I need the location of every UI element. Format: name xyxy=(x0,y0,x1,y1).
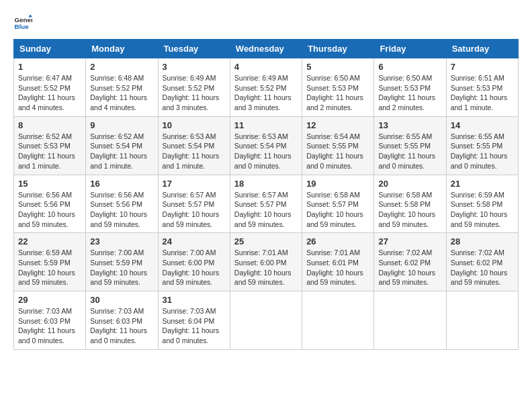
day-number: 1 xyxy=(18,62,81,72)
calendar-cell: 16Sunrise: 6:56 AM Sunset: 5:56 PM Dayli… xyxy=(86,175,158,233)
day-number: 24 xyxy=(163,236,226,246)
calendar-cell: 9Sunrise: 6:52 AM Sunset: 5:54 PM Daylig… xyxy=(86,116,158,175)
day-info: Sunrise: 6:48 AM Sunset: 5:52 PM Dayligh… xyxy=(90,73,153,113)
column-header-thursday: Thursday xyxy=(302,40,374,58)
day-number: 3 xyxy=(163,62,226,72)
day-info: Sunrise: 6:51 AM Sunset: 5:53 PM Dayligh… xyxy=(451,73,514,113)
day-number: 23 xyxy=(90,236,153,246)
column-header-tuesday: Tuesday xyxy=(158,40,230,58)
day-info: Sunrise: 7:01 AM Sunset: 6:00 PM Dayligh… xyxy=(234,248,298,287)
column-header-monday: Monday xyxy=(86,40,158,58)
calendar-cell: 17Sunrise: 6:57 AM Sunset: 5:57 PM Dayli… xyxy=(158,175,230,233)
page-header: General Blue xyxy=(13,13,519,32)
calendar-cell: 21Sunrise: 6:59 AM Sunset: 5:58 PM Dayli… xyxy=(446,175,518,233)
calendar-cell xyxy=(446,291,518,350)
calendar-cell xyxy=(302,291,374,350)
calendar-cell: 20Sunrise: 6:58 AM Sunset: 5:58 PM Dayli… xyxy=(374,175,446,233)
day-number: 5 xyxy=(306,62,369,72)
column-header-friday: Friday xyxy=(374,40,446,58)
day-info: Sunrise: 7:03 AM Sunset: 6:04 PM Dayligh… xyxy=(163,306,226,346)
day-info: Sunrise: 6:52 AM Sunset: 5:54 PM Dayligh… xyxy=(90,132,153,171)
day-info: Sunrise: 6:53 AM Sunset: 5:54 PM Dayligh… xyxy=(163,132,226,171)
day-number: 29 xyxy=(18,295,81,305)
day-info: Sunrise: 7:03 AM Sunset: 6:03 PM Dayligh… xyxy=(90,306,153,346)
day-number: 28 xyxy=(451,236,514,246)
calendar-cell: 13Sunrise: 6:55 AM Sunset: 5:55 PM Dayli… xyxy=(374,116,446,175)
day-number: 27 xyxy=(378,236,441,246)
day-info: Sunrise: 7:02 AM Sunset: 6:02 PM Dayligh… xyxy=(451,248,514,287)
column-header-wednesday: Wednesday xyxy=(230,40,302,58)
day-info: Sunrise: 7:02 AM Sunset: 6:02 PM Dayligh… xyxy=(378,248,441,287)
calendar-cell xyxy=(374,291,446,350)
day-info: Sunrise: 6:56 AM Sunset: 5:56 PM Dayligh… xyxy=(90,190,153,230)
calendar-cell: 19Sunrise: 6:58 AM Sunset: 5:57 PM Dayli… xyxy=(302,175,374,233)
calendar-cell: 2Sunrise: 6:48 AM Sunset: 5:52 PM Daylig… xyxy=(86,58,158,117)
day-number: 2 xyxy=(90,62,153,72)
day-number: 16 xyxy=(90,179,153,189)
column-header-sunday: Sunday xyxy=(14,40,86,58)
calendar-cell: 28Sunrise: 7:02 AM Sunset: 6:02 PM Dayli… xyxy=(446,233,518,291)
calendar-cell: 24Sunrise: 7:00 AM Sunset: 6:00 PM Dayli… xyxy=(158,233,230,291)
logo-icon: General Blue xyxy=(13,13,32,32)
calendar-cell: 10Sunrise: 6:53 AM Sunset: 5:54 PM Dayli… xyxy=(158,116,230,175)
calendar-cell: 14Sunrise: 6:55 AM Sunset: 5:55 PM Dayli… xyxy=(446,116,518,175)
calendar: SundayMondayTuesdayWednesdayThursdayFrid… xyxy=(13,39,519,350)
day-info: Sunrise: 6:54 AM Sunset: 5:55 PM Dayligh… xyxy=(306,132,369,171)
calendar-week-row: 1Sunrise: 6:47 AM Sunset: 5:52 PM Daylig… xyxy=(14,58,519,117)
day-number: 11 xyxy=(234,120,298,130)
svg-text:Blue: Blue xyxy=(14,23,29,30)
calendar-cell: 25Sunrise: 7:01 AM Sunset: 6:00 PM Dayli… xyxy=(230,233,302,291)
day-number: 15 xyxy=(18,179,81,189)
column-header-saturday: Saturday xyxy=(446,40,518,58)
calendar-cell xyxy=(230,291,302,350)
calendar-cell: 23Sunrise: 7:00 AM Sunset: 5:59 PM Dayli… xyxy=(86,233,158,291)
day-info: Sunrise: 6:53 AM Sunset: 5:54 PM Dayligh… xyxy=(234,132,298,171)
calendar-cell: 18Sunrise: 6:57 AM Sunset: 5:57 PM Dayli… xyxy=(230,175,302,233)
day-info: Sunrise: 6:55 AM Sunset: 5:55 PM Dayligh… xyxy=(451,132,514,171)
calendar-cell: 26Sunrise: 7:01 AM Sunset: 6:01 PM Dayli… xyxy=(302,233,374,291)
calendar-cell: 27Sunrise: 7:02 AM Sunset: 6:02 PM Dayli… xyxy=(374,233,446,291)
day-number: 22 xyxy=(18,236,81,246)
calendar-header-row: SundayMondayTuesdayWednesdayThursdayFrid… xyxy=(14,40,519,58)
day-number: 4 xyxy=(234,62,298,72)
day-number: 25 xyxy=(234,236,298,246)
day-info: Sunrise: 7:00 AM Sunset: 6:00 PM Dayligh… xyxy=(163,248,226,287)
calendar-cell: 6Sunrise: 6:50 AM Sunset: 5:53 PM Daylig… xyxy=(374,58,446,117)
calendar-week-row: 15Sunrise: 6:56 AM Sunset: 5:56 PM Dayli… xyxy=(14,175,519,233)
calendar-cell: 31Sunrise: 7:03 AM Sunset: 6:04 PM Dayli… xyxy=(158,291,230,350)
calendar-cell: 22Sunrise: 6:59 AM Sunset: 5:59 PM Dayli… xyxy=(14,233,86,291)
logo: General Blue xyxy=(13,13,35,32)
day-info: Sunrise: 6:52 AM Sunset: 5:53 PM Dayligh… xyxy=(18,132,81,171)
day-info: Sunrise: 7:00 AM Sunset: 5:59 PM Dayligh… xyxy=(90,248,153,287)
day-number: 8 xyxy=(18,120,81,130)
calendar-cell: 11Sunrise: 6:53 AM Sunset: 5:54 PM Dayli… xyxy=(230,116,302,175)
day-number: 13 xyxy=(378,120,441,130)
calendar-cell: 12Sunrise: 6:54 AM Sunset: 5:55 PM Dayli… xyxy=(302,116,374,175)
day-info: Sunrise: 6:47 AM Sunset: 5:52 PM Dayligh… xyxy=(18,73,81,113)
day-info: Sunrise: 6:56 AM Sunset: 5:56 PM Dayligh… xyxy=(18,190,81,230)
day-number: 30 xyxy=(90,295,153,305)
day-info: Sunrise: 6:57 AM Sunset: 5:57 PM Dayligh… xyxy=(234,190,298,230)
day-number: 26 xyxy=(306,236,369,246)
day-number: 19 xyxy=(306,179,369,189)
day-info: Sunrise: 6:49 AM Sunset: 5:52 PM Dayligh… xyxy=(163,73,226,113)
day-info: Sunrise: 6:58 AM Sunset: 5:58 PM Dayligh… xyxy=(378,190,441,230)
day-info: Sunrise: 6:49 AM Sunset: 5:52 PM Dayligh… xyxy=(234,73,298,113)
day-number: 10 xyxy=(163,120,226,130)
calendar-cell: 30Sunrise: 7:03 AM Sunset: 6:03 PM Dayli… xyxy=(86,291,158,350)
day-number: 6 xyxy=(378,62,441,72)
calendar-cell: 3Sunrise: 6:49 AM Sunset: 5:52 PM Daylig… xyxy=(158,58,230,117)
calendar-cell: 8Sunrise: 6:52 AM Sunset: 5:53 PM Daylig… xyxy=(14,116,86,175)
calendar-cell: 5Sunrise: 6:50 AM Sunset: 5:53 PM Daylig… xyxy=(302,58,374,117)
day-number: 9 xyxy=(90,120,153,130)
day-number: 20 xyxy=(378,179,441,189)
day-info: Sunrise: 6:55 AM Sunset: 5:55 PM Dayligh… xyxy=(378,132,441,171)
day-number: 31 xyxy=(163,295,226,305)
day-number: 7 xyxy=(451,62,514,72)
calendar-cell: 7Sunrise: 6:51 AM Sunset: 5:53 PM Daylig… xyxy=(446,58,518,117)
day-info: Sunrise: 6:58 AM Sunset: 5:57 PM Dayligh… xyxy=(306,190,369,230)
day-number: 14 xyxy=(451,120,514,130)
day-info: Sunrise: 6:50 AM Sunset: 5:53 PM Dayligh… xyxy=(378,73,441,113)
calendar-week-row: 8Sunrise: 6:52 AM Sunset: 5:53 PM Daylig… xyxy=(14,116,519,175)
day-number: 18 xyxy=(234,179,298,189)
